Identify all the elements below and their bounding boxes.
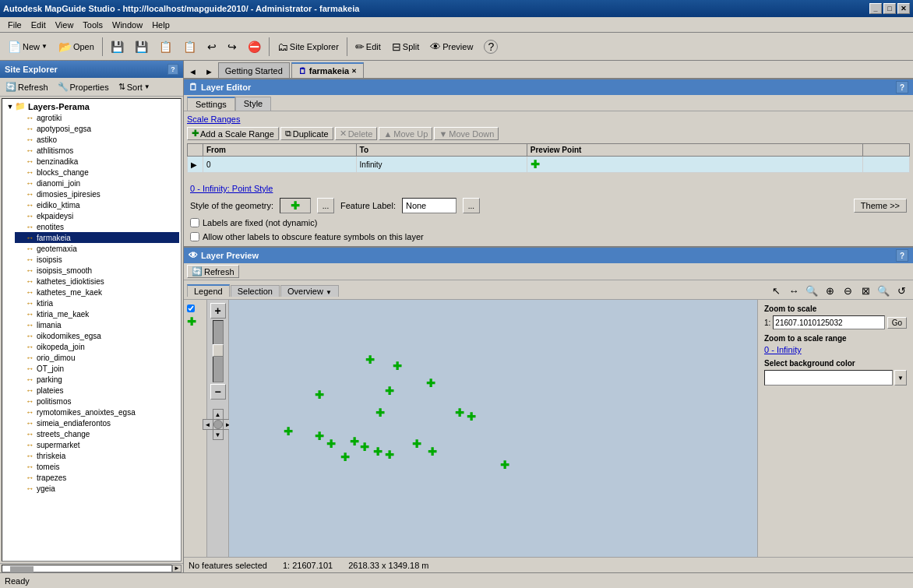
style-ellipsis-button[interactable]: ... <box>317 198 334 213</box>
bg-color-box[interactable] <box>764 370 893 386</box>
table-row[interactable]: ▶ 0 Infinity ✚ <box>188 157 910 173</box>
tree-root-item[interactable]: ▼ 📁 Layers-Perama <box>4 100 179 112</box>
tree-item-dimosies[interactable]: ↔dimosies_ipiresies <box>15 188 179 199</box>
tree-item-plateies[interactable]: ↔plateies <box>15 385 179 396</box>
undo-button[interactable]: ↩ <box>203 36 221 58</box>
tree-item-athlitismos[interactable]: ↔athlitismos <box>15 145 179 156</box>
zoom-thumb[interactable] <box>213 344 224 357</box>
layers-tree[interactable]: ▼ 📁 Layers-Perama ↔agrotiki ↔apotyposi_e… <box>2 98 182 562</box>
allow-obscure-checkbox[interactable] <box>190 232 199 241</box>
refresh-map-button[interactable]: ↺ <box>893 282 910 299</box>
feature-label-ellipsis[interactable]: ... <box>463 198 480 213</box>
edit-button[interactable]: ✏ Edit <box>351 36 386 58</box>
menu-edit[interactable]: Edit <box>26 19 51 31</box>
tree-item-astiko[interactable]: ↔astiko <box>15 134 179 145</box>
tree-item-farmakeia[interactable]: ↔farmakeia <box>15 232 179 243</box>
zoom-selection-button[interactable]: 🔍 <box>875 282 892 299</box>
tree-item-tomeis[interactable]: ↔tomeis <box>15 461 179 472</box>
scroll-right[interactable]: ► <box>172 565 182 572</box>
maximize-button[interactable]: □ <box>883 3 896 14</box>
properties-button[interactable]: 🔧 Properties <box>54 79 113 94</box>
tree-item-oikodomikes[interactable]: ↔oikodomikes_egsa <box>15 330 179 341</box>
tab-nav-left[interactable]: ◄ <box>185 65 200 78</box>
preview-tab-overview[interactable]: Overview ▼ <box>280 285 339 297</box>
tree-item-apotyposi[interactable]: ↔apotyposi_egsa <box>15 123 179 134</box>
tree-item-simeia[interactable]: ↔simeia_endiaferontos <box>15 417 179 428</box>
scale-value-input[interactable] <box>773 315 884 329</box>
zoom-out-button[interactable]: ⊖ <box>839 282 856 299</box>
menu-window[interactable]: Window <box>108 19 147 31</box>
preview-tab-selection[interactable]: Selection <box>231 285 280 297</box>
zoom-in-tool-button[interactable]: 🔍 <box>803 282 820 299</box>
tree-item-thriskeia[interactable]: ↔thriskeia <box>15 450 179 461</box>
tree-item-trapezes[interactable]: ↔trapezes <box>15 472 179 483</box>
bg-color-dropdown[interactable]: ▼ <box>894 370 907 386</box>
menu-file[interactable]: File <box>3 19 26 31</box>
scale-ranges-label[interactable]: Scale Ranges <box>187 114 910 124</box>
sort-button[interactable]: ⇅ Sort ▼ <box>115 79 154 94</box>
tab-nav-right[interactable]: ► <box>202 65 217 78</box>
tree-item-isoipsis[interactable]: ↔isoipsis <box>15 254 179 265</box>
tree-item-ygeia[interactable]: ↔ygeia <box>15 483 179 494</box>
save-button[interactable]: 💾 <box>106 36 129 58</box>
layer-visible-checkbox[interactable] <box>187 305 195 312</box>
minimize-button[interactable]: _ <box>869 3 882 14</box>
sub-tab-style[interactable]: Style <box>235 97 271 111</box>
menu-help[interactable]: Help <box>147 19 174 31</box>
tree-item-ot-join[interactable]: ↔OT_join <box>15 363 179 374</box>
style-input-box[interactable]: ✚ <box>280 198 311 213</box>
tree-item-dianomi[interactable]: ↔dianomi_join <box>15 178 179 188</box>
nav-down-button[interactable]: ▼ <box>213 429 224 440</box>
layer-editor-help[interactable]: ? <box>896 81 908 93</box>
close-button[interactable]: ✕ <box>897 3 910 14</box>
tree-item-eidiko[interactable]: ↔eidiko_ktima <box>15 199 179 210</box>
duplicate-button[interactable]: ⧉ Duplicate <box>280 127 333 140</box>
menu-tools[interactable]: Tools <box>78 19 108 31</box>
tree-item-streets[interactable]: ↔streets_change <box>15 428 179 439</box>
tree-item-enotites[interactable]: ↔enotites <box>15 221 179 232</box>
site-explorer-button[interactable]: 🗂 Site Explorer <box>273 36 344 58</box>
tab-getting-started[interactable]: Getting Started <box>218 62 290 78</box>
split-button[interactable]: ⊟ Split <box>387 36 424 58</box>
theme-button[interactable]: Theme >> <box>854 199 907 213</box>
preview-button[interactable]: 👁 Preview <box>425 36 478 58</box>
tree-item-orio[interactable]: ↔orio_dimou <box>15 352 179 363</box>
tree-item-benzinadika[interactable]: ↔benzinadika <box>15 156 179 167</box>
refresh-button[interactable]: 🔄 Refresh <box>2 79 52 94</box>
paste-button[interactable]: 📋 <box>178 36 201 58</box>
tree-item-oikopeda[interactable]: ↔oikopeda_join <box>15 341 179 352</box>
zoom-minus-button[interactable]: − <box>210 384 226 400</box>
tree-item-ekpaideysi[interactable]: ↔ekpaideysi <box>15 210 179 221</box>
preview-map[interactable]: ✚ ✚ ✚ ✚ ✚ ✚ ✚ ✚ ✚ ✚ ✚ ✚ ✚ ✚ ✚ ✚ ✚ <box>229 300 757 557</box>
tree-item-blocks[interactable]: ↔blocks_change <box>15 167 179 178</box>
preview-refresh-button[interactable]: 🔄 Refresh <box>187 265 239 278</box>
select-tool-button[interactable]: ↖ <box>767 282 784 299</box>
nav-up-button[interactable]: ▲ <box>213 409 224 420</box>
tree-item-rymotomikes[interactable]: ↔rymotomikes_anoixtes_egsa <box>15 407 179 417</box>
tree-item-isoipsis-smooth[interactable]: ↔isoipsis_smooth <box>15 265 179 276</box>
copy-button[interactable]: 📋 <box>154 36 177 58</box>
redo-button[interactable]: ↪ <box>223 36 241 58</box>
tree-item-kathetes-idiok[interactable]: ↔kathetes_idioktisies <box>15 276 179 287</box>
range-link[interactable]: 0 - Infinity <box>764 345 802 354</box>
site-explorer-help[interactable]: ? <box>167 64 178 75</box>
zoom-track[interactable] <box>213 320 224 382</box>
tree-item-ktiria[interactable]: ↔ktiria <box>15 298 179 308</box>
tree-item-kathetes-kaek[interactable]: ↔kathetes_me_kaek <box>15 287 179 298</box>
zoom-in-box-button[interactable]: ⊕ <box>821 282 838 299</box>
tree-item-supermarket[interactable]: ↔supermarket <box>15 439 179 450</box>
labels-fixed-checkbox[interactable] <box>190 218 199 227</box>
feature-label-value[interactable]: None <box>402 198 456 213</box>
new-button[interactable]: 📄 New ▼ <box>3 36 52 58</box>
open-button[interactable]: 📂 Open <box>54 36 99 58</box>
tree-item-limania[interactable]: ↔limania <box>15 319 179 330</box>
add-scale-range-button[interactable]: ✚ Add a Scale Range <box>187 127 279 140</box>
move-down-button[interactable]: ▼ Move Down <box>434 127 499 140</box>
menu-view[interactable]: View <box>51 19 79 31</box>
stop-button[interactable]: ⛔ <box>243 36 266 58</box>
legend-add-icon[interactable]: ✚ <box>187 315 196 328</box>
layer-preview-help[interactable]: ? <box>896 249 908 262</box>
sub-tab-settings[interactable]: Settings <box>187 97 235 111</box>
zoom-extents-button[interactable]: ⊠ <box>857 282 874 299</box>
preview-tab-legend[interactable]: Legend <box>187 284 230 297</box>
